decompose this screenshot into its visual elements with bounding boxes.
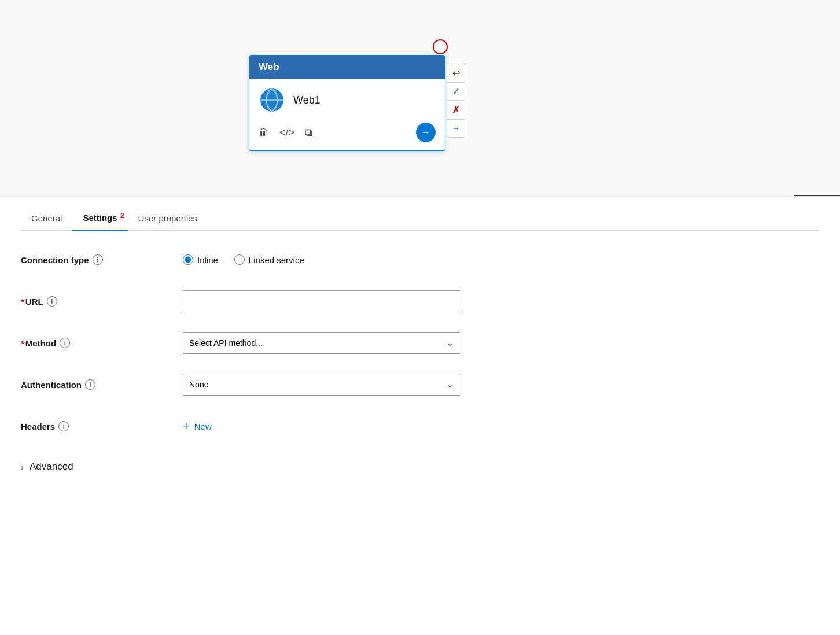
linked-service-radio[interactable] (234, 254, 245, 265)
method-select[interactable]: Select API method... GET POST PUT DELETE… (183, 332, 460, 354)
web-node-card: Web Web1 🗑 </> ⧉ → (249, 55, 445, 151)
url-row: *URL i (21, 289, 819, 314)
url-input-wrapper (183, 290, 460, 312)
plus-icon: + (183, 420, 190, 432)
tab-general[interactable]: General (21, 208, 72, 230)
advanced-section[interactable]: › Advanced (21, 455, 819, 478)
method-label: *Method i (21, 338, 183, 348)
settings-panel: General Settings2 User properties Connec… (0, 197, 840, 478)
cancel-button[interactable]: ✗ (447, 101, 465, 119)
connection-type-info-icon[interactable]: i (93, 254, 103, 265)
tab-bar: General Settings2 User properties (21, 197, 819, 231)
url-input[interactable] (183, 290, 460, 312)
inline-radio-label[interactable]: Inline (183, 254, 218, 265)
navigate-icon[interactable]: → (416, 123, 436, 142)
connection-type-options: Inline Linked service (183, 254, 460, 265)
delete-icon[interactable]: 🗑 (259, 127, 269, 139)
chevron-right-icon: › (21, 462, 24, 472)
inline-radio[interactable] (183, 254, 193, 265)
tab-user-properties[interactable]: User properties (128, 208, 208, 230)
globe-icon (259, 87, 285, 113)
form-area: Connection type i Inline Linked service … (21, 231, 819, 478)
node-action-bar: 🗑 </> ⧉ → (259, 123, 436, 142)
headers-info-icon[interactable]: i (58, 421, 69, 431)
authentication-select[interactable]: None Basic OAuth2 Service Principal (183, 374, 460, 396)
linked-service-radio-label[interactable]: Linked service (234, 254, 304, 265)
node-name-label: Web1 (293, 94, 320, 106)
method-select-wrapper: Select API method... GET POST PUT DELETE… (183, 332, 460, 354)
web-card-body: Web1 🗑 </> ⧉ → (249, 79, 445, 150)
status-indicator (433, 39, 448, 54)
advanced-label: Advanced (30, 461, 73, 472)
web-node-info: Web1 (259, 87, 436, 113)
method-row: *Method i Select API method... GET POST … (21, 330, 819, 356)
undo-button[interactable]: ↩ (447, 64, 465, 82)
headers-label: Headers i (21, 421, 183, 431)
copy-icon[interactable]: ⧉ (305, 127, 312, 139)
headers-row: Headers i + New (21, 414, 819, 439)
authentication-select-wrapper: None Basic OAuth2 Service Principal (183, 374, 460, 396)
authentication-label: Authentication i (21, 379, 183, 390)
web-card-header: Web (249, 56, 445, 79)
settings-badge: 2 (120, 212, 124, 220)
url-info-icon[interactable]: i (47, 296, 57, 307)
side-action-buttons: ↩ ✓ ✗ → (447, 64, 465, 138)
canvas-area: Web Web1 🗑 </> ⧉ → ↩ (0, 0, 840, 197)
bottom-separator (794, 195, 840, 196)
confirm-button[interactable]: ✓ (447, 82, 465, 101)
connection-type-row: Connection type i Inline Linked service (21, 247, 819, 272)
method-info-icon[interactable]: i (60, 338, 70, 348)
tab-settings[interactable]: Settings2 (72, 207, 127, 231)
code-icon[interactable]: </> (279, 127, 294, 139)
headers-control: + New (183, 420, 460, 432)
authentication-info-icon[interactable]: i (85, 379, 95, 390)
connection-type-label: Connection type i (21, 254, 183, 265)
authentication-row: Authentication i None Basic OAuth2 Servi… (21, 372, 819, 397)
url-label: *URL i (21, 296, 183, 307)
add-header-button[interactable]: + New (183, 420, 212, 432)
next-button[interactable]: → (447, 119, 465, 138)
